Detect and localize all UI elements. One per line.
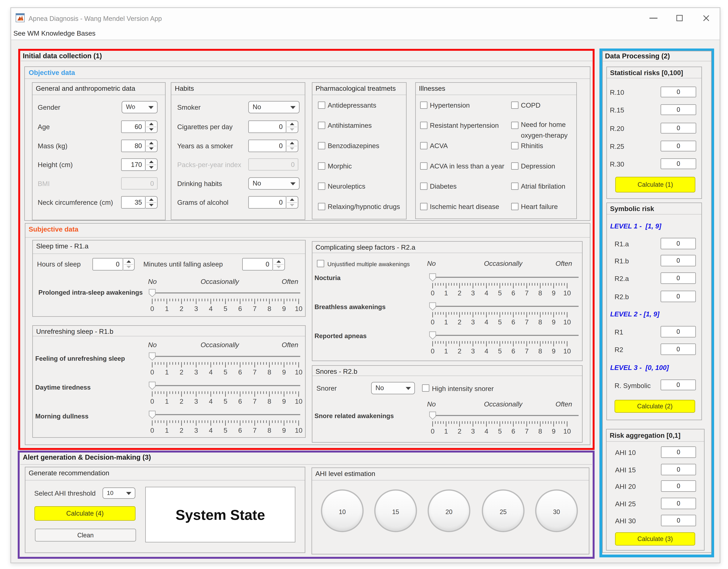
svg-text:6: 6 (512, 318, 515, 326)
svg-text:1: 1 (165, 398, 169, 405)
svg-text:8: 8 (538, 347, 542, 355)
svg-text:6: 6 (238, 427, 242, 434)
svg-text:5: 5 (498, 428, 502, 435)
svg-text:8: 8 (538, 428, 542, 435)
svg-text:4: 4 (209, 427, 213, 434)
svg-text:9: 9 (282, 368, 286, 376)
svg-text:0: 0 (150, 368, 154, 376)
svg-text:8: 8 (538, 318, 542, 326)
svg-text:2: 2 (180, 427, 183, 434)
svg-text:1: 1 (165, 368, 169, 376)
svg-text:3: 3 (194, 305, 198, 313)
svg-text:1: 1 (165, 305, 169, 313)
svg-text:0: 0 (431, 289, 435, 297)
svg-text:3: 3 (471, 347, 475, 355)
svg-text:7: 7 (525, 347, 529, 355)
svg-text:6: 6 (512, 289, 515, 297)
svg-text:2: 2 (458, 318, 461, 326)
svg-text:2: 2 (458, 428, 461, 435)
svg-text:5: 5 (498, 318, 502, 326)
svg-text:2: 2 (180, 305, 183, 313)
svg-text:6: 6 (238, 368, 242, 376)
svg-text:4: 4 (209, 368, 213, 376)
svg-text:8: 8 (538, 289, 542, 297)
svg-text:4: 4 (485, 428, 488, 435)
svg-text:8: 8 (268, 398, 271, 405)
svg-text:6: 6 (238, 398, 242, 405)
svg-text:6: 6 (512, 428, 515, 435)
svg-text:0: 0 (431, 347, 435, 355)
svg-text:10: 10 (563, 318, 571, 326)
svg-text:7: 7 (253, 398, 257, 405)
svg-text:4: 4 (485, 347, 488, 355)
svg-text:4: 4 (209, 305, 213, 313)
svg-text:3: 3 (471, 428, 475, 435)
svg-text:4: 4 (485, 289, 488, 297)
svg-text:8: 8 (268, 427, 271, 434)
svg-text:0: 0 (431, 428, 435, 435)
svg-text:1: 1 (444, 318, 448, 326)
svg-text:10: 10 (563, 289, 571, 297)
svg-text:1: 1 (444, 428, 448, 435)
svg-text:8: 8 (268, 305, 271, 313)
svg-text:2: 2 (180, 398, 183, 405)
svg-text:10: 10 (563, 428, 571, 435)
svg-text:3: 3 (471, 318, 475, 326)
svg-text:1: 1 (165, 427, 169, 434)
svg-text:0: 0 (150, 305, 154, 313)
svg-text:7: 7 (525, 289, 529, 297)
svg-text:0: 0 (431, 318, 435, 326)
svg-text:1: 1 (444, 347, 448, 355)
svg-text:3: 3 (194, 427, 198, 434)
svg-text:5: 5 (224, 305, 227, 313)
svg-text:5: 5 (224, 398, 227, 405)
svg-text:8: 8 (268, 368, 271, 376)
svg-text:5: 5 (224, 427, 227, 434)
svg-text:6: 6 (238, 305, 242, 313)
svg-text:4: 4 (209, 398, 213, 405)
svg-text:10: 10 (295, 398, 302, 405)
svg-text:7: 7 (253, 368, 257, 376)
svg-text:3: 3 (194, 398, 198, 405)
svg-text:5: 5 (498, 289, 502, 297)
svg-text:9: 9 (282, 305, 286, 313)
svg-text:9: 9 (552, 289, 556, 297)
svg-text:9: 9 (552, 318, 556, 326)
svg-text:4: 4 (485, 318, 488, 326)
svg-text:7: 7 (253, 427, 257, 434)
svg-text:10: 10 (295, 427, 302, 434)
svg-text:2: 2 (458, 347, 461, 355)
svg-text:9: 9 (282, 427, 286, 434)
svg-text:3: 3 (194, 368, 198, 376)
svg-text:9: 9 (552, 428, 556, 435)
svg-text:2: 2 (458, 289, 461, 297)
svg-text:7: 7 (525, 428, 529, 435)
svg-text:9: 9 (552, 347, 556, 355)
svg-text:5: 5 (224, 368, 227, 376)
svg-text:0: 0 (150, 398, 154, 405)
svg-text:10: 10 (295, 368, 302, 376)
svg-text:10: 10 (563, 347, 571, 355)
svg-text:7: 7 (525, 318, 529, 326)
svg-text:2: 2 (180, 368, 183, 376)
svg-text:10: 10 (295, 305, 302, 313)
svg-text:5: 5 (498, 347, 502, 355)
svg-text:9: 9 (282, 398, 286, 405)
svg-text:3: 3 (471, 289, 475, 297)
svg-text:1: 1 (444, 289, 448, 297)
svg-text:6: 6 (512, 347, 515, 355)
svg-text:7: 7 (253, 305, 257, 313)
svg-text:0: 0 (150, 427, 154, 434)
